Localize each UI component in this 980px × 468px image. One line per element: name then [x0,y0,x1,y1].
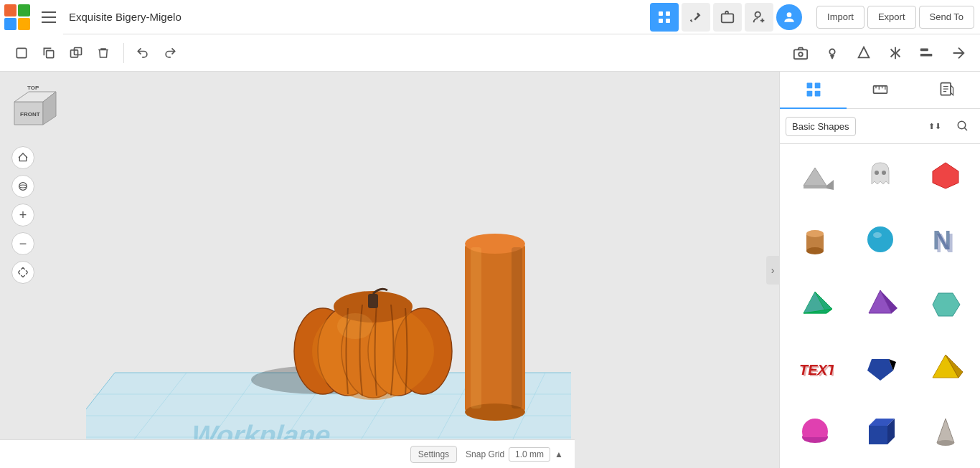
right-panel: Basic Shapes ⬆⬇ [779,72,980,468]
shape-item-pyramid-purple[interactable] [848,274,912,332]
select-arrow-icon: ⬆⬇ [928,122,941,131]
svg-text:TEXT: TEXT [801,363,834,379]
send-to-button[interactable]: Send To [919,6,974,29]
shape-item-gray-cone[interactable] [913,403,977,460]
shape-item-sphere[interactable] [848,211,912,268]
delete-button[interactable] [90,40,116,66]
grid-view-button[interactable] [650,3,679,32]
tab-grid[interactable] [780,72,847,109]
shape-item-pyramid-green[interactable] [783,274,847,332]
shape-item-text-red[interactable]: TEXT TEXT [783,339,847,396]
app-menu-button[interactable] [34,0,63,34]
shape-item-pink-dome[interactable] [783,403,847,460]
svg-point-24 [19,183,27,191]
profile-button[interactable] [776,4,802,30]
project-title: Exquisite Bigery-Migelo [63,11,650,23]
shape-item-blue-gem[interactable] [848,339,912,396]
settings-button[interactable]: Settings [410,446,457,463]
logo-k [18,18,30,30]
copy-button[interactable] [36,40,62,66]
zoom-out-button[interactable]: − [11,232,34,255]
shape-gray-cone-icon [927,413,964,450]
shape-item-teal-shape[interactable] [913,274,977,332]
mirror-icon [887,45,903,61]
svg-rect-5 [659,19,663,23]
orbit-button[interactable] [11,175,34,198]
redo-icon [163,46,177,60]
snap-value[interactable]: 1.0 mm [509,447,550,462]
gallery-button[interactable] [713,3,742,32]
redo-button[interactable] [157,40,183,66]
flip-button[interactable] [946,40,971,66]
shape-item-yellow-pyramid[interactable] [913,339,977,396]
align-icon [919,45,935,61]
shape-icon [856,45,872,61]
align-button[interactable] [914,40,940,66]
zoom-in-button[interactable]: + [11,204,34,226]
center-tools [788,40,971,66]
fit-button[interactable] [11,261,34,284]
shape-roof-icon [796,157,834,194]
shape-sphere-icon [862,221,899,258]
flip-icon [951,45,966,61]
svg-text:TOP: TOP [27,85,39,91]
header-right: Import Export Send To [650,3,980,32]
shape-pyramid-purple-icon [862,285,899,322]
snap-arrow-icon[interactable]: ▲ [555,449,563,459]
viewport[interactable]: TOP FRONT + − [0,72,779,468]
svg-rect-10 [17,48,26,57]
shape-text-n-icon: N N [927,221,964,258]
shape-pyramid-green-icon [796,285,834,322]
svg-marker-85 [867,359,893,381]
export-button[interactable]: Export [867,6,916,29]
panel-toggle-button[interactable]: › [766,256,779,285]
search-button[interactable] [951,115,974,138]
fit-icon [17,267,29,278]
scene-container: Workplane [72,129,571,446]
tab-notes[interactable] [913,72,980,109]
shapes-grid: N N [780,144,980,468]
svg-rect-65 [804,186,826,188]
home-icon [17,152,29,163]
view-cube-svg: TOP FRONT [7,80,59,132]
shape-button[interactable] [851,40,877,66]
home-button[interactable] [11,146,34,169]
camera-button[interactable] [788,40,814,66]
mirror-button[interactable] [882,40,908,66]
import-button[interactable]: Import [816,6,864,29]
svg-marker-95 [937,419,954,443]
shape-item-dark-blue-box[interactable] [848,403,912,460]
svg-point-8 [755,11,760,16]
bottom-bar: Settings Snap Grid 1.0 mm ▲ [0,439,575,468]
shape-item-ghost[interactable] [848,147,912,204]
plus-icon: + [19,208,27,223]
hammer-button[interactable] [682,3,710,32]
panel-tabs [780,72,980,109]
tinkercad-logo[interactable] [0,0,34,34]
panel-search: Basic Shapes ⬆⬇ [780,109,980,144]
logo-n [4,18,17,30]
bulb-button[interactable] [819,40,845,66]
svg-text:N: N [936,229,954,258]
svg-rect-57 [806,82,812,88]
add-person-button[interactable] [745,3,773,32]
shape-item-text-n[interactable]: N N [913,211,977,268]
svg-rect-1 [42,16,56,18]
bulb-icon [824,45,840,61]
viewport-controls: + − [11,146,34,284]
new-button[interactable] [9,40,34,66]
view-cube[interactable]: TOP FRONT [7,80,59,132]
svg-rect-2 [42,22,56,23]
svg-rect-56 [512,247,522,409]
view-cube-container[interactable]: TOP FRONT [7,80,59,132]
category-select[interactable]: Basic Shapes [786,117,856,136]
shape-item-roof[interactable] [783,147,847,204]
shape-item-cylinder[interactable] [783,211,847,268]
duplicate-button[interactable] [63,40,89,66]
shape-item-red-shape[interactable] [913,147,977,204]
svg-point-63 [958,121,966,129]
shape-blue-gem-icon [862,349,899,386]
undo-button[interactable] [130,40,156,66]
tab-ruler[interactable] [847,72,913,109]
svg-rect-60 [814,90,820,96]
